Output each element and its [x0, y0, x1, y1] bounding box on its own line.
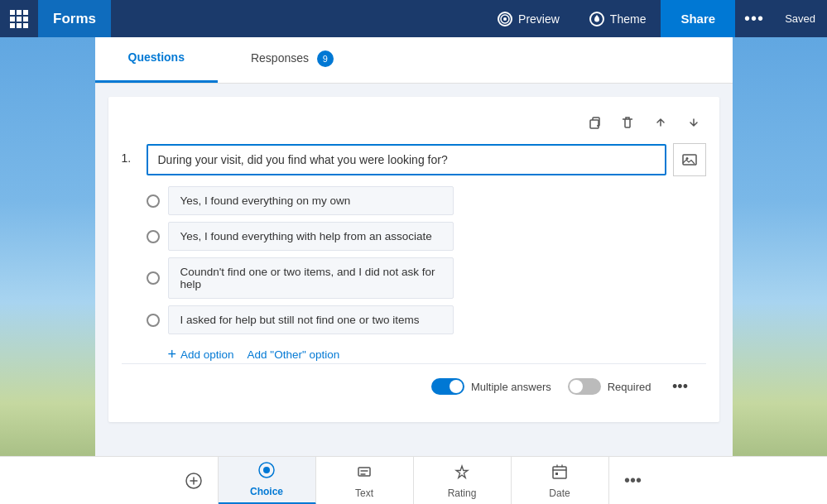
theme-icon — [589, 12, 604, 26]
theme-button[interactable]: Theme — [575, 0, 661, 37]
add-options-row: + Add option Add "Other" option — [168, 346, 706, 363]
apps-button[interactable] — [0, 0, 38, 37]
brand-label: Forms — [38, 0, 111, 37]
copy-button[interactable] — [582, 110, 607, 135]
option-row: Yes, I found everything with help from a… — [147, 222, 706, 251]
up-arrow-icon — [653, 115, 668, 130]
multiple-answers-toggle[interactable] — [431, 378, 464, 395]
image-icon — [681, 151, 698, 168]
question-toolbar — [122, 110, 706, 135]
add-option-button[interactable]: + Add option — [168, 346, 234, 363]
text-label: Text — [355, 487, 373, 499]
question-input[interactable] — [147, 144, 666, 175]
text-icon — [355, 463, 373, 485]
choice-label: Choice — [250, 486, 283, 497]
option-text-4: I asked for help but still not find one … — [168, 305, 454, 334]
option-text-3: Coundn't find one or two items, and I di… — [168, 257, 454, 299]
multiple-answers-toggle-wrap: Multiple answers — [431, 378, 551, 395]
add-question-button[interactable] — [171, 457, 219, 505]
options-list: Yes, I found everything on my own Yes, I… — [147, 186, 706, 334]
option-radio-2[interactable] — [147, 230, 160, 243]
image-button[interactable] — [673, 143, 706, 176]
required-toggle[interactable] — [568, 378, 601, 395]
svg-point-7 — [263, 467, 270, 473]
question-number: 1. — [122, 143, 138, 165]
delete-button[interactable] — [615, 110, 640, 135]
add-other-option-button[interactable]: Add "Other" option — [248, 348, 340, 361]
topbar-actions: Preview Theme Share ••• Saved — [483, 0, 827, 37]
question-input-wrap — [147, 143, 706, 176]
question-row: 1. — [122, 143, 706, 176]
apps-grid-icon — [10, 10, 28, 28]
rating-label: Rating — [448, 487, 477, 499]
tab-questions[interactable]: Questions — [95, 37, 218, 83]
question-card: 1. Yes, I found everything — [108, 97, 719, 422]
option-row: I asked for help but still not find one … — [147, 305, 706, 334]
option-radio-3[interactable] — [147, 271, 160, 285]
preview-icon — [498, 12, 512, 26]
bottom-toolbar: Multiple answers Required ••• — [122, 363, 706, 409]
choice-icon — [257, 461, 276, 483]
delete-icon — [620, 115, 635, 130]
plus-icon — [185, 472, 203, 490]
required-label: Required — [608, 381, 652, 393]
copy-icon — [587, 115, 602, 130]
add-bar-more-button[interactable]: ••• — [609, 457, 657, 505]
move-up-button[interactable] — [648, 110, 673, 135]
main-content: Questions Responses 9 — [0, 37, 827, 468]
option-radio-4[interactable] — [147, 314, 160, 327]
move-down-button[interactable] — [681, 110, 706, 135]
required-toggle-wrap: Required — [568, 378, 652, 395]
option-text-1: Yes, I found everything on my own — [168, 186, 454, 215]
multiple-answers-label: Multiple answers — [471, 381, 551, 393]
saved-status: Saved — [773, 12, 827, 25]
tab-responses[interactable]: Responses 9 — [218, 37, 367, 83]
svg-rect-10 — [555, 473, 558, 475]
option-row: Coundn't find one or two items, and I di… — [147, 257, 706, 299]
date-label: Date — [549, 487, 570, 499]
tabs: Questions Responses 9 — [95, 37, 733, 84]
svg-rect-9 — [553, 467, 566, 478]
option-row: Yes, I found everything on my own — [147, 186, 706, 215]
add-option-plus-icon: + — [168, 346, 177, 363]
share-button[interactable]: Share — [661, 0, 735, 37]
option-radio-1[interactable] — [147, 194, 160, 208]
date-button[interactable]: Date — [512, 457, 609, 505]
rating-icon — [453, 463, 471, 485]
responses-badge: 9 — [317, 50, 334, 67]
question-more-button[interactable]: ••• — [668, 374, 693, 399]
option-text-2: Yes, I found everything with help from a… — [168, 222, 454, 251]
choice-button[interactable]: Choice — [219, 457, 316, 505]
date-icon — [551, 463, 569, 485]
topbar-more-button[interactable]: ••• — [735, 0, 773, 37]
svg-point-1 — [503, 17, 507, 21]
down-arrow-icon — [686, 115, 701, 130]
rating-button[interactable]: Rating — [414, 457, 512, 505]
svg-rect-2 — [590, 120, 599, 128]
preview-button[interactable]: Preview — [483, 0, 575, 37]
text-button[interactable]: Text — [316, 457, 414, 505]
add-bar: Choice Text Rating Date ••• — [0, 456, 827, 504]
form-card: Questions Responses 9 — [95, 37, 733, 468]
topbar: Forms Preview Theme Share ••• — [0, 0, 827, 37]
